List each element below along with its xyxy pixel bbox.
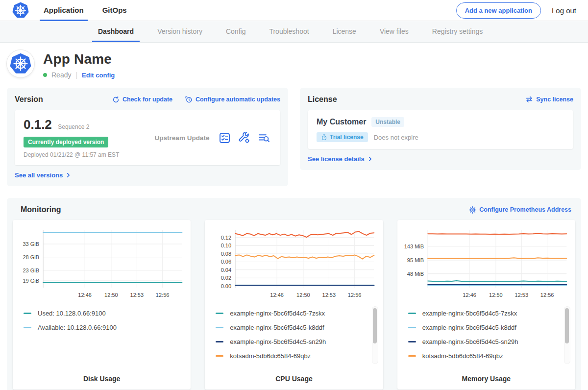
- legend-item[interactable]: kotsadm-5db6dc6584-69qbz: [408, 349, 560, 363]
- tab-gitops[interactable]: GitOps: [102, 0, 127, 21]
- cpu-usage-chart: 0.120.100.080.060.040.020.0012:4612:5012…: [210, 226, 378, 300]
- svg-text:0.02: 0.02: [221, 275, 231, 281]
- svg-text:12:50: 12:50: [489, 292, 503, 298]
- svg-text:12:46: 12:46: [463, 292, 476, 298]
- memory-usage-legend: example-nginx-5bc6f5d4c5-7zskx example-n…: [402, 305, 570, 367]
- tab-config[interactable]: Config: [214, 21, 257, 42]
- edit-config-link[interactable]: Edit config: [82, 72, 115, 79]
- svg-text:0.04: 0.04: [221, 267, 231, 273]
- tab-troubleshoot[interactable]: Troubleshoot: [257, 21, 320, 42]
- version-source-label: Upstream Update: [145, 134, 219, 142]
- app-kubernetes-icon: [7, 50, 34, 77]
- chevron-right-icon: [66, 172, 71, 178]
- legend-item[interactable]: example-nginx-5bc6f5d4c5-k8ddf: [408, 320, 560, 335]
- legend-color-swatch: [24, 313, 31, 314]
- legend-color-swatch: [408, 327, 416, 328]
- legend-item[interactable]: example-nginx-5bc6f5d4c5-sn29h: [216, 335, 367, 349]
- legend-scrollbar[interactable]: [372, 306, 378, 364]
- config-wrench-icon[interactable]: [239, 132, 250, 144]
- legend-item[interactable]: example-nginx-5bc6f5d4c5-sn29h: [408, 335, 560, 349]
- svg-text:0.08: 0.08: [221, 251, 231, 257]
- channel-badge: Unstable: [371, 117, 404, 127]
- tab-registry-settings[interactable]: Registry settings: [420, 21, 494, 42]
- configure-prometheus-link[interactable]: Configure Prometheus Address: [469, 206, 571, 214]
- trial-license-badge: Trial license: [317, 132, 368, 142]
- sync-arrows-icon: [525, 96, 533, 103]
- logout-link[interactable]: Log out: [552, 6, 576, 15]
- app-sub-nav: Dashboard Version history Config Trouble…: [0, 21, 588, 43]
- svg-text:12:53: 12:53: [322, 292, 336, 298]
- cpu-usage-title: CPU Usage: [210, 375, 378, 383]
- tab-version-history[interactable]: Version history: [146, 21, 214, 42]
- tab-license[interactable]: License: [321, 21, 368, 42]
- configure-automatic-updates-link[interactable]: Configure automatic updates: [185, 96, 280, 103]
- see-all-versions-link[interactable]: See all versions: [15, 171, 71, 179]
- license-expiry: Does not expire: [374, 134, 418, 141]
- svg-text:143 MiB: 143 MiB: [404, 244, 424, 249]
- version-number: 0.1.2: [24, 117, 52, 132]
- tab-application[interactable]: Application: [44, 0, 84, 21]
- svg-text:23 GiB: 23 GiB: [23, 268, 39, 273]
- tab-view-files[interactable]: View files: [368, 21, 420, 42]
- legend-color-swatch: [216, 341, 223, 342]
- legend-scrollbar[interactable]: [564, 306, 570, 364]
- svg-text:12:56: 12:56: [156, 292, 170, 298]
- legend-color-swatch: [408, 341, 416, 342]
- legend-item[interactable]: Available: 10.128.0.66:9100: [24, 320, 175, 335]
- monitoring-section: Monitoring Configure Prometheus Address …: [7, 198, 581, 390]
- top-nav-right: Add a new application Log out: [456, 2, 576, 19]
- memory-usage-chart: 143 MiB95 MiB48 MiB12:4612:5012:5312:56: [402, 226, 570, 300]
- top-nav: Application GitOps Add a new application…: [0, 0, 588, 21]
- version-sequence: Sequence 2: [58, 123, 89, 130]
- cpu-usage-chart-card: 0.120.100.080.060.040.020.0012:4612:5012…: [205, 220, 383, 390]
- ready-status-dot-icon: [43, 73, 47, 77]
- legend-item[interactable]: example-nginx-5bc6f5d4c5-7zskx: [216, 306, 367, 320]
- summary-cards-row: Version Check for update Configure au: [0, 88, 588, 186]
- svg-text:0.06: 0.06: [221, 259, 231, 265]
- legend-item[interactable]: kotsadm-5db6dc6584-69qbz: [216, 349, 367, 363]
- kubernetes-logo-icon: [12, 2, 29, 19]
- app-name-title: App Name: [43, 51, 115, 67]
- gear-icon: [469, 206, 476, 214]
- status-divider: |: [75, 71, 77, 79]
- currently-deployed-badge: Currently deployed version: [24, 137, 108, 147]
- add-application-button[interactable]: Add a new application: [456, 2, 541, 19]
- refresh-icon: [112, 96, 120, 103]
- tab-dashboard[interactable]: Dashboard: [86, 21, 146, 42]
- svg-text:33 GiB: 33 GiB: [23, 241, 39, 247]
- svg-text:48 MiB: 48 MiB: [407, 271, 423, 277]
- sync-license-link[interactable]: Sync license: [525, 96, 573, 103]
- legend-color-swatch: [216, 327, 223, 328]
- memory-usage-title: Memory Usage: [402, 375, 570, 383]
- svg-text:28 GiB: 28 GiB: [23, 254, 39, 260]
- legend-item[interactable]: example-nginx-5bc6f5d4c5-7zskx: [408, 306, 560, 320]
- license-detail-panel: My Customer Unstable Trial license Does …: [308, 110, 573, 149]
- scrollbar-thumb[interactable]: [565, 308, 569, 343]
- view-diff-icon[interactable]: [258, 132, 270, 144]
- see-license-details-link[interactable]: See license details: [308, 155, 373, 163]
- svg-text:0.10: 0.10: [221, 243, 231, 249]
- app-status-text: Ready: [51, 71, 71, 79]
- svg-text:12:56: 12:56: [540, 292, 554, 298]
- svg-text:12:53: 12:53: [514, 292, 528, 298]
- disk-usage-chart: 33 GiB28 GiB23 GiB19 GiB12:4612:5012:531…: [18, 226, 186, 300]
- app-header: App Name Ready | Edit config: [0, 43, 588, 87]
- clock-refresh-icon: [185, 96, 193, 103]
- deployed-timestamp: Deployed 01/21/22 @ 11:57 am EST: [24, 151, 145, 158]
- legend-color-swatch: [408, 313, 416, 314]
- customer-name: My Customer: [317, 118, 366, 126]
- legend-item[interactable]: example-nginx-5bc6f5d4c5-k8ddf: [216, 320, 367, 335]
- stopwatch-icon: [321, 134, 327, 141]
- memory-usage-chart-card: 143 MiB95 MiB48 MiB12:4612:5012:5312:56 …: [397, 220, 575, 390]
- check-for-update-link[interactable]: Check for update: [112, 96, 172, 103]
- top-nav-tabs: Application GitOps: [44, 0, 146, 21]
- svg-text:12:46: 12:46: [270, 292, 284, 298]
- license-card: License Sync license My Customer Unstabl…: [300, 88, 581, 170]
- legend-item[interactable]: Used: 10.128.0.66:9100: [24, 306, 175, 320]
- svg-text:12:46: 12:46: [78, 292, 92, 298]
- svg-text:12:50: 12:50: [296, 292, 310, 298]
- preflight-checklist-icon[interactable]: [219, 132, 230, 144]
- scrollbar-thumb[interactable]: [373, 308, 377, 343]
- svg-text:19 GiB: 19 GiB: [23, 278, 39, 284]
- disk-usage-chart-card: 33 GiB28 GiB23 GiB19 GiB12:4612:5012:531…: [13, 220, 191, 390]
